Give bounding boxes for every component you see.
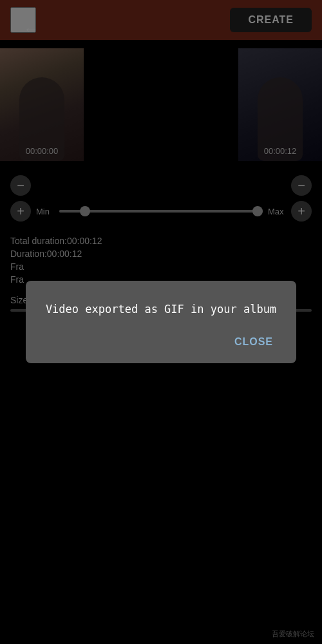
dialog-message: Video exported as GIF in your album: [44, 301, 278, 318]
dialog-overlay: Video exported as GIF in your album CLOS…: [0, 0, 322, 644]
export-dialog: Video exported as GIF in your album CLOS…: [26, 281, 296, 363]
dialog-close-button[interactable]: CLOSE: [229, 334, 278, 350]
